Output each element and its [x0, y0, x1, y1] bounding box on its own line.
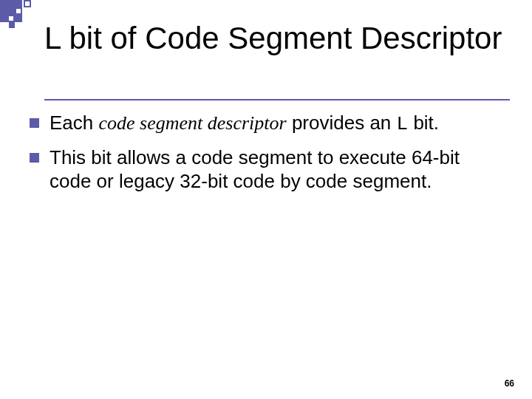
bullet-item: This bit allows a code segment to execut… — [30, 146, 502, 194]
text-run-italic: code segment descriptor — [99, 112, 287, 134]
bullet-text: Each code segment descriptor provides an… — [50, 111, 502, 137]
text-run: Each — [50, 112, 99, 134]
slide-title: L bit of Code Segment Descriptor — [44, 21, 510, 56]
title-underline — [44, 99, 510, 100]
page-number: 66 — [505, 378, 514, 389]
text-run-mono: L — [397, 113, 409, 135]
square-bullet-icon — [30, 153, 39, 163]
bullet-item: Each code segment descriptor provides an… — [30, 111, 502, 137]
bullet-text: This bit allows a code segment to execut… — [50, 146, 502, 194]
square-bullet-icon — [30, 118, 39, 128]
corner-decoration — [0, 0, 44, 37]
text-run: bit. — [408, 112, 439, 134]
slide-body: Each code segment descriptor provides an… — [30, 111, 502, 202]
text-run: provides an — [287, 112, 397, 134]
